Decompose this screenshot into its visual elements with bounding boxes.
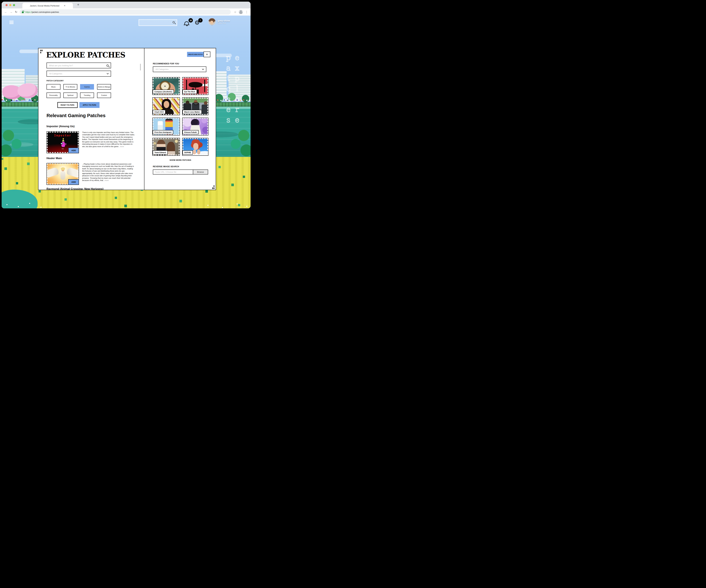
reload-icon[interactable]: ↻ <box>15 10 17 13</box>
patch-search-input[interactable] <box>49 64 107 67</box>
patch-tile-compass[interactable]: Compass (Aesthetic) <box>152 77 180 95</box>
browse-button[interactable]: Browse <box>193 170 208 174</box>
window-maximize-button[interactable] <box>13 4 15 6</box>
category-button-spiritual[interactable]: Spiritual <box>63 92 77 98</box>
patch-description-imposter: There is only one imposter and they have… <box>82 131 135 148</box>
top-search-input[interactable] <box>139 19 177 26</box>
browser-toolbar: ← → ↻ https://jacket.com/explore-patches… <box>2 8 250 15</box>
patch-tile-eat-the-rich[interactable]: Eat The Rich <box>182 77 208 95</box>
settings-alert-badge: ! <box>198 18 203 23</box>
url-protocol: https:// <box>25 11 32 13</box>
reset-filters-button[interactable]: RESET FILTERS <box>57 102 78 108</box>
forward-icon[interactable]: → <box>9 10 13 14</box>
window-close-button[interactable] <box>5 4 8 6</box>
add-button-healer[interactable]: ADD <box>68 179 79 184</box>
recommended-category-value: All Categories <box>155 68 168 71</box>
cherry-blossom-art <box>2 83 39 105</box>
create-new-patch-button[interactable]: CREATE NEW PATCH <box>187 52 204 57</box>
apply-filters-button[interactable]: APPLY FILTERS <box>79 102 100 108</box>
recommended-category-select[interactable]: All Categories <box>153 67 206 72</box>
bush-art <box>2 129 36 159</box>
patch-tile-label: First-Gen Immigrant <box>153 130 173 134</box>
category-select-value: All Categories <box>49 73 62 75</box>
patch-tile-charli-xcx[interactable]: Charli XCX <box>152 97 180 115</box>
crowd-art <box>2 99 3 100</box>
search-icon <box>172 21 175 23</box>
display-name: Sadie Doe <box>218 22 230 24</box>
sprouts-art <box>2 158 3 160</box>
bell-icon <box>185 22 189 25</box>
create-patch-plus-button[interactable]: + <box>204 51 210 57</box>
notification-badge: 18 <box>189 18 193 23</box>
category-button-music[interactable]: Music <box>46 84 61 90</box>
url-text: https://jacket.com/explore-patches <box>25 11 59 13</box>
flower-dots-art <box>6 204 7 205</box>
explore-patches-card: EXPLORE PATCHES All Categories PATCH CAT… <box>38 48 216 190</box>
category-button-games[interactable]: Games <box>80 84 94 90</box>
patch-name-imposter: Imposter (Among Us) <box>46 125 75 128</box>
patch-image-healer[interactable]: ADD <box>46 163 79 185</box>
show-more-patches-button[interactable]: SHOW MORE PATCHES <box>152 159 208 161</box>
browser-tab[interactable]: Jacket | Social Media Perfected ✕ <box>23 3 73 8</box>
chevron-down-icon <box>107 72 109 74</box>
reverse-image-search-input[interactable] <box>153 170 193 174</box>
chevron-down-icon <box>202 68 204 70</box>
description-text: ...Playing healer is thus more about sit… <box>82 163 134 181</box>
username: grey-shine <box>218 19 230 22</box>
page-content: explore patches 18 ⚙ ! grey-shine Sadie … <box>2 15 250 208</box>
pond-art <box>2 190 38 208</box>
patch-image-imposter[interactable]: Impostor me ADD <box>46 131 79 153</box>
category-button-personality[interactable]: Personality <box>46 92 61 98</box>
add-button-imposter[interactable]: ADD <box>68 148 79 153</box>
patch-search-field <box>46 62 111 68</box>
close-tab-icon[interactable]: ✕ <box>64 5 66 7</box>
patch-tile-label: SOPHIE <box>183 151 193 155</box>
browser-window: Jacket | Social Media Perfected ✕ + ← → … <box>2 2 250 208</box>
panel-divider <box>144 48 145 190</box>
profile-menu[interactable]: grey-shine Sadie Doe <box>208 18 230 25</box>
patch-tile-label: Black Lives Matter <box>183 110 202 114</box>
more-link[interactable]: ...more <box>118 145 124 148</box>
settings-button[interactable]: ⚙ ! <box>195 19 202 27</box>
patch-tile-label: Eat The Rich <box>183 90 197 94</box>
category-button-custom[interactable]: Custom <box>97 92 111 98</box>
notifications-button[interactable]: 18 <box>184 20 192 27</box>
browser-tab-bar: Jacket | Social Media Perfected ✕ + <box>2 2 250 8</box>
back-icon[interactable]: ← <box>4 10 7 14</box>
page-title: EXPLORE PATCHES <box>46 50 125 59</box>
patch-name-raymond: Raymond (Animal Crossing: New Horizons) <box>46 187 104 190</box>
patch-tile-team-edward[interactable]: Team Edward <box>152 138 180 156</box>
patch-tile-first-gen-immigrant[interactable]: First-Gen Immigrant <box>152 118 180 135</box>
patch-tile-label: Compass (Aesthetic) <box>153 90 174 94</box>
mercy-art <box>60 168 66 183</box>
secure-lock-icon <box>22 12 24 13</box>
patch-tile-kimura-fubuki[interactable]: Kimura Fubuki <box>182 118 208 135</box>
background-vertical-text: explore patches <box>224 53 241 208</box>
patch-tile-label: Team Edward <box>153 151 168 155</box>
url-path: jacket.com/explore-patches <box>32 11 59 13</box>
more-link[interactable]: ...more <box>103 179 109 181</box>
category-button-tv-movies[interactable]: TV & Movies <box>63 84 77 90</box>
bookmark-star-icon[interactable]: ☆ <box>234 10 236 14</box>
menu-icon[interactable] <box>9 21 13 24</box>
patch-description-healer: ...Playing healer is thus more about sit… <box>82 163 135 182</box>
address-bar[interactable]: https://jacket.com/explore-patches <box>19 9 231 14</box>
category-select[interactable]: All Categories <box>46 71 111 77</box>
window-minimize-button[interactable] <box>9 4 11 6</box>
drag-handle-icon[interactable] <box>40 50 43 53</box>
patch-tile-sophie[interactable]: SOPHIE <box>182 138 208 156</box>
reverse-image-search-label: REVERSE IMAGE SEARCH <box>153 165 179 168</box>
description-text: There is only one imposter and they have… <box>82 131 135 148</box>
category-button-anime-manga[interactable]: Anime & Manga <box>97 84 111 90</box>
panel-scrollbar[interactable] <box>140 64 141 71</box>
drag-handle-icon[interactable] <box>212 185 214 189</box>
patch-tile-label: Kimura Fubuki <box>183 130 199 134</box>
category-button-trending[interactable]: Trending <box>80 92 94 98</box>
building-art <box>26 75 39 100</box>
patch-category-label: PATCH CATEGORY <box>46 80 64 82</box>
browser-menu-icon[interactable]: ⋮ <box>245 10 248 14</box>
patch-tile-black-lives-matter[interactable]: BLM Black Lives Matter <box>182 97 208 115</box>
browser-profile-avatar[interactable] <box>239 10 243 14</box>
new-tab-button[interactable]: + <box>77 3 79 7</box>
tab-title: Jacket | Social Media Perfected <box>30 5 59 7</box>
